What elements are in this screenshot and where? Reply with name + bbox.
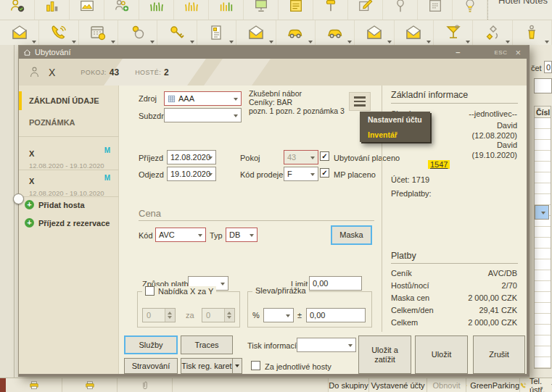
table-row-selected[interactable] xyxy=(535,205,549,220)
greenparking-button[interactable]: GreenParking xyxy=(466,378,520,392)
rezervace-link[interactable]: 1547 xyxy=(428,160,450,169)
menu-item-inventar[interactable]: Inventář xyxy=(360,127,430,142)
toolbar-monitor-button[interactable] xyxy=(244,0,279,20)
subzdroj-select[interactable] xyxy=(164,108,242,122)
nabidka-checkbox[interactable] xyxy=(145,286,155,296)
tab-poznamka[interactable]: POZNÁMKA xyxy=(19,113,119,132)
table-row[interactable] xyxy=(535,238,551,249)
toolbar-calendar-coin-button[interactable] xyxy=(79,20,118,45)
toolbar-grass-green-button[interactable] xyxy=(139,0,174,20)
toolbar-envelope-open-button[interactable] xyxy=(236,20,276,45)
table-row[interactable] xyxy=(535,357,551,368)
kod-select[interactable]: AVC xyxy=(155,228,206,242)
background-search-input[interactable] xyxy=(534,78,552,93)
tisk-reg-karet-button[interactable]: Tisk reg. karet xyxy=(181,358,233,374)
toolbar-rings-button[interactable] xyxy=(118,20,157,45)
background-account-input[interactable]: 0 xyxy=(544,61,552,73)
mp-placeno-checkbox[interactable]: ✓ xyxy=(320,168,329,178)
chevron-down-icon[interactable] xyxy=(269,41,273,43)
chevron-down-icon[interactable] xyxy=(229,41,234,43)
table-row[interactable] xyxy=(535,335,551,346)
print-button-2[interactable] xyxy=(62,378,118,392)
chevron-down-icon[interactable] xyxy=(32,41,36,43)
typ-select[interactable]: DB xyxy=(226,228,258,242)
table-row[interactable] xyxy=(535,270,551,281)
table-row[interactable] xyxy=(535,281,551,292)
prijezd-date-select[interactable]: 12.08.2020 xyxy=(167,150,216,164)
table-row[interactable] xyxy=(535,129,551,140)
odjezd-date-select[interactable]: 19.10.2020 xyxy=(167,167,216,181)
toolbar-envelope-open-button[interactable] xyxy=(355,20,394,45)
toolbar-pencil-edit-button[interactable] xyxy=(348,0,383,20)
pokoj-select[interactable]: 43 xyxy=(284,150,318,164)
table-row[interactable] xyxy=(535,249,551,259)
toolbar-light-bulb-button[interactable] xyxy=(453,0,487,20)
tel-ustredna-button[interactable]: Tel. ústř. xyxy=(520,378,552,392)
toolbar-document-button[interactable] xyxy=(197,20,236,45)
toolbar-envelope-open-button[interactable] xyxy=(395,20,434,45)
minimize-button[interactable]: – xyxy=(456,48,460,57)
chevron-down-icon[interactable] xyxy=(111,41,115,43)
sleva-input[interactable]: 0,00 xyxy=(306,308,366,322)
chevron-down-icon[interactable] xyxy=(347,41,352,43)
ulozit-a-zatizit-button[interactable]: Uložit a zatížit xyxy=(358,335,411,374)
close-icon[interactable]: × xyxy=(515,49,521,57)
pridat-hosta-button[interactable]: Přidat hosta xyxy=(25,200,85,209)
ulozit-button[interactable]: Uložit xyxy=(415,335,468,374)
hamburger-menu-button[interactable] xyxy=(349,92,371,111)
tisk-reg-karet-dropdown[interactable] xyxy=(232,358,242,374)
vystavene-ucty-button[interactable]: Vystavené účty xyxy=(369,378,427,392)
sluzby-button[interactable]: Služby xyxy=(124,335,178,354)
stepper-arrows-icon[interactable] xyxy=(165,309,175,322)
table-row[interactable] xyxy=(535,183,551,194)
sleva-select[interactable] xyxy=(263,308,294,322)
table-row[interactable] xyxy=(535,162,551,172)
table-row[interactable] xyxy=(535,303,551,314)
toolbar-note-card-button[interactable] xyxy=(279,0,313,20)
chevron-down-icon[interactable] xyxy=(308,41,313,43)
print-button-1[interactable] xyxy=(6,378,62,392)
za-jednotlive-hosty-checkbox[interactable] xyxy=(251,361,260,370)
table-row[interactable] xyxy=(535,314,551,325)
dialog-edge-handle[interactable] xyxy=(13,193,24,204)
toolbar-podium-button[interactable] xyxy=(513,20,552,45)
traces-button[interactable]: Traces xyxy=(181,335,233,354)
tab-zakladni-udaje[interactable]: ZÁKLADNÍ ÚDAJE xyxy=(19,91,119,110)
toolbar-car-button[interactable] xyxy=(316,20,355,45)
chevron-down-icon[interactable] xyxy=(387,41,392,43)
chevron-down-icon[interactable] xyxy=(506,41,510,43)
guest-list-item[interactable]: X M 12.08.2020 - 19.10.2020 xyxy=(29,174,110,197)
nabidka-y-stepper[interactable]: 0 xyxy=(202,308,235,322)
chevron-down-icon[interactable] xyxy=(466,41,470,43)
zdroj-select[interactable]: AAA xyxy=(164,91,242,106)
toolbar-map-pin-button[interactable] xyxy=(383,0,418,20)
obnovit-button[interactable]: Obnovit xyxy=(427,378,466,392)
stepper-arrows-icon[interactable] xyxy=(224,309,234,322)
table-row[interactable] xyxy=(535,118,551,129)
maska-button[interactable]: Maska xyxy=(331,225,372,245)
table-row[interactable] xyxy=(535,227,551,238)
toolbar-transfer-diamond-button[interactable] xyxy=(473,20,512,45)
table-row[interactable] xyxy=(535,172,551,183)
table-row[interactable] xyxy=(535,346,551,357)
chevron-down-icon[interactable] xyxy=(427,41,431,43)
kod-prodeje-select[interactable]: F xyxy=(284,167,318,181)
table-row[interactable] xyxy=(535,140,551,151)
prijezd-z-rezervace-button[interactable]: Příjezd z rezervace xyxy=(25,218,110,228)
toolbar-grass-mixed-button[interactable] xyxy=(209,0,244,20)
toolbar-hammer-button[interactable] xyxy=(313,0,348,20)
table-row[interactable] xyxy=(535,259,551,270)
ubytovani-placeno-checkbox[interactable]: ✓ xyxy=(320,151,329,161)
tisk-informaci-select[interactable] xyxy=(297,338,356,352)
table-row[interactable] xyxy=(535,151,551,162)
toolbar-cocktail-button[interactable] xyxy=(434,20,473,45)
toolbar-calendar-grid-button[interactable] xyxy=(418,0,453,20)
menu-item-nastaveni-uctu[interactable]: Nastavení účtu xyxy=(360,112,430,127)
toolbar-picture-button[interactable] xyxy=(70,0,104,20)
table-row[interactable] xyxy=(535,292,551,303)
table-row[interactable] xyxy=(535,194,551,205)
toolbar-key-button[interactable] xyxy=(157,20,197,45)
toolbar-car-button[interactable] xyxy=(276,20,316,45)
limit-input[interactable]: 0,00 xyxy=(309,276,362,291)
guest-list-item[interactable]: X M 12.08.2020 - 19.10.2020 xyxy=(29,146,110,170)
